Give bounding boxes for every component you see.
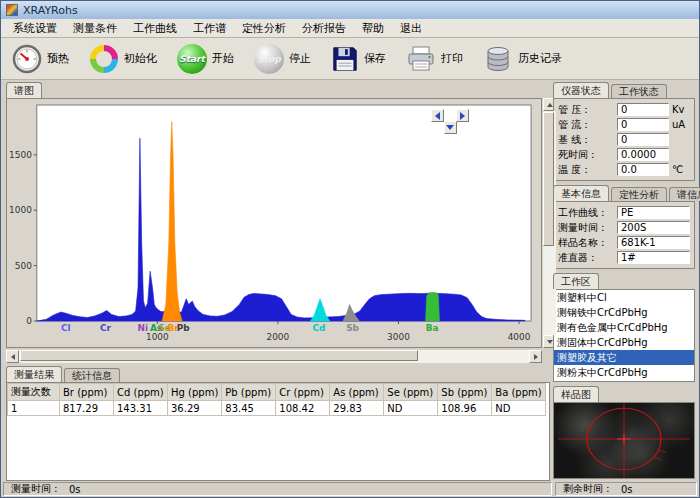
cell-measure-count: 1 [8, 401, 60, 416]
stop-button[interactable]: Stop 停止 [251, 42, 314, 76]
tube-voltage-label: 管 压： [558, 103, 614, 117]
tab-spectrum-info[interactable]: 谱信息 [669, 187, 700, 201]
left-arrow-icon [435, 112, 440, 120]
workspace-item[interactable]: 测固体中CrCdPbHg [554, 335, 694, 350]
menu-item-work-curve[interactable]: 工作曲线 [125, 20, 185, 37]
info-pane: 仪器状态 工作状态 管 压： 0 Kv 管 流： 0 uA 基 线： 0 [550, 80, 699, 481]
measure-time-field[interactable]: 200S [617, 221, 690, 234]
instrument-status-tabs: 仪器状态 工作状态 [553, 82, 695, 98]
workspace-list: 测塑料中Cl 测钢铁中CrCdPbHg 测有色金属中CrCdPbHg 测固体中C… [553, 289, 695, 382]
spectrum-chart[interactable]: 0500100015001000200030004000ClCrNiAsSeBr… [6, 98, 542, 348]
scroll-left-button[interactable] [6, 350, 19, 363]
svg-text:2000: 2000 [267, 332, 290, 342]
tube-voltage-field[interactable]: 0 [617, 103, 669, 116]
tab-basic-info[interactable]: 基本信息 [553, 185, 609, 201]
sample-image [553, 402, 695, 479]
sample-name-field[interactable]: 681K-1 [617, 236, 690, 249]
column-header: Pb (ppm) [222, 384, 276, 401]
status-bar: 测量时间： 0s 剩余时间： 0s [1, 481, 699, 497]
dead-time-field[interactable]: 0.0000 [617, 148, 669, 161]
tab-qualitative[interactable]: 定性分析 [611, 187, 667, 201]
column-header: Hg (ppm) [168, 384, 222, 401]
menu-item-measure-conditions[interactable]: 测量条件 [65, 20, 125, 37]
gauge-icon [12, 44, 42, 74]
svg-text:1000: 1000 [9, 205, 32, 215]
menu-item-help[interactable]: 帮助 [354, 20, 392, 37]
tab-sample-image[interactable]: 样品图 [553, 386, 599, 402]
workspace-item[interactable]: 测塑料中Cl [554, 290, 694, 305]
svg-text:3000: 3000 [387, 332, 410, 342]
pan-down-button[interactable] [444, 121, 457, 134]
chart-hscrollbar[interactable] [6, 350, 542, 363]
menu-item-qualitative-analysis[interactable]: 定性分析 [234, 20, 294, 37]
collimator-field[interactable]: 1# [617, 251, 690, 264]
preheat-label: 预热 [47, 51, 69, 66]
temperature-label: 温 度： [558, 163, 614, 177]
menu-item-exit[interactable]: 退出 [392, 20, 430, 37]
preheat-button[interactable]: 预热 [9, 42, 72, 76]
stop-sphere-icon: Stop [254, 44, 284, 74]
sample-name-label: 样品名称： [558, 236, 614, 250]
right-arrow-icon [460, 112, 465, 120]
hscroll-track[interactable] [19, 350, 529, 363]
workspace-item-selected[interactable]: 测塑胶及其它 [554, 350, 694, 365]
start-label: 开始 [212, 51, 234, 66]
print-label: 打印 [441, 51, 463, 66]
cell-se: ND [384, 401, 438, 416]
tab-workspace[interactable]: 工作区 [553, 273, 599, 289]
status-remaining-time: 剩余时间： 0s [555, 482, 697, 496]
work-curve-field[interactable]: PE [617, 206, 690, 219]
menu-item-analysis-report[interactable]: 分析报告 [294, 20, 354, 37]
tab-measure-results[interactable]: 测量结果 [6, 366, 62, 382]
tab-instrument-status[interactable]: 仪器状态 [553, 82, 609, 98]
cell-cd: 143.31 [114, 401, 168, 416]
cell-cr: 108.42 [276, 401, 330, 416]
app-window: XRAYRohs 系统设置 测量条件 工作曲线 工作谱 定性分析 分析报告 帮助… [0, 0, 700, 498]
vscroll-track[interactable] [543, 111, 556, 335]
print-button[interactable]: 打印 [403, 42, 466, 76]
printer-icon [406, 44, 436, 74]
scroll-right-button[interactable] [529, 350, 542, 363]
tube-current-field[interactable]: 0 [617, 118, 669, 131]
spectrum-pane: 谱图 0500100015001000200030004000ClCrNiAsS… [1, 80, 550, 481]
table-row[interactable]: 1 817.29 143.31 36.29 83.45 108.42 29.83… [8, 401, 546, 416]
tube-current-unit: uA [672, 119, 690, 130]
cell-hg: 36.29 [168, 401, 222, 416]
chart-vscrollbar[interactable] [543, 98, 556, 348]
pan-left-button[interactable] [431, 109, 444, 122]
toolbar: 预热 初始化 Start 开始 Stop 停止 [1, 38, 699, 80]
vscroll-thumb[interactable] [543, 112, 554, 246]
status-measure-time: 测量时间： 0s [3, 482, 552, 496]
pan-right-button[interactable] [456, 109, 469, 122]
start-button[interactable]: Start 开始 [174, 42, 237, 76]
tab-work-status[interactable]: 工作状态 [611, 84, 667, 98]
workspace-tabs: 工作区 [553, 273, 695, 289]
instrument-status-panel: 管 压： 0 Kv 管 流： 0 uA 基 线： 0 死时间： 0.0000 [553, 98, 695, 181]
baseline-label: 基 线： [558, 133, 614, 147]
menu-item-work-spectrum[interactable]: 工作谱 [185, 20, 234, 37]
cell-pb: 83.45 [222, 401, 276, 416]
hscroll-thumb[interactable] [20, 350, 418, 361]
temperature-field[interactable]: 0.0 [617, 163, 669, 176]
tab-statistics[interactable]: 统计信息 [64, 368, 120, 382]
history-button[interactable]: 历史记录 [480, 42, 565, 76]
stop-sphere-text: Stop [257, 54, 280, 64]
svg-text:500: 500 [15, 261, 32, 271]
tab-spectrum[interactable]: 谱图 [6, 82, 42, 98]
basic-info-panel: 工作曲线： PE 测量时间： 200S 样品名称： 681K-1 准直器： 1# [553, 201, 695, 269]
initialize-button[interactable]: 初始化 [86, 42, 160, 76]
workspace-item[interactable]: 测钢铁中CrCdPbHg [554, 305, 694, 320]
sample-tabs: 样品图 [553, 386, 695, 402]
menu-item-system-settings[interactable]: 系统设置 [5, 20, 65, 37]
svg-text:Cd: Cd [312, 323, 325, 333]
column-header: Cr (ppm) [276, 384, 330, 401]
workspace-item[interactable]: 测有色金属中CrCdPbHg [554, 320, 694, 335]
svg-text:Ni: Ni [138, 323, 149, 333]
workspace-item[interactable]: 测粉末中CrCdPbHg [554, 365, 694, 380]
collimator-label: 准直器： [558, 251, 614, 265]
svg-text:1500: 1500 [9, 150, 32, 160]
column-header: Cd (ppm) [114, 384, 168, 401]
main-area: 谱图 0500100015001000200030004000ClCrNiAsS… [1, 80, 699, 481]
baseline-field[interactable]: 0 [617, 133, 669, 146]
save-button[interactable]: 保存 [328, 43, 389, 75]
